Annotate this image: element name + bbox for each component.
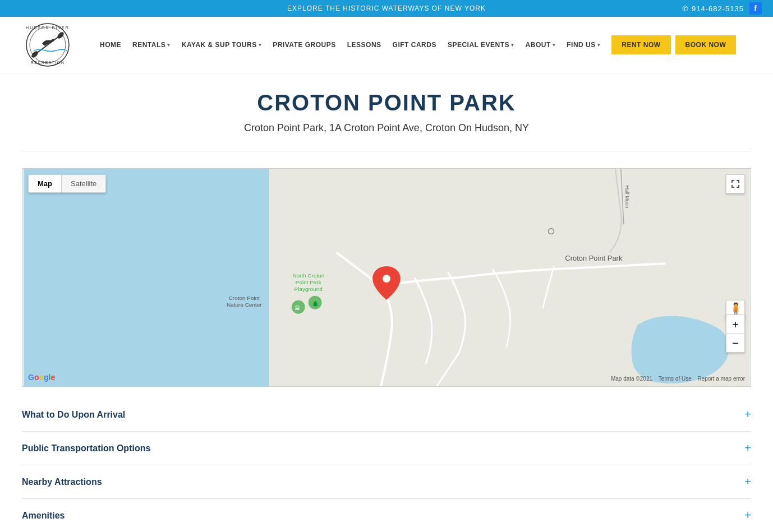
accordion-item-3: Amenities + bbox=[22, 499, 751, 532]
accordion-item-2: Nearby Attractions + bbox=[22, 465, 751, 499]
facebook-icon[interactable]: f bbox=[749, 2, 762, 15]
nav-links: HOME RENTALS ▾ KAYAK & SUP TOURS ▾ PRIVA… bbox=[95, 35, 756, 54]
chevron-down-icon: ▾ bbox=[597, 42, 601, 48]
svg-text:🏛: 🏛 bbox=[295, 305, 300, 311]
svg-text:RECREATION: RECREATION bbox=[31, 61, 65, 64]
accordion-header-0[interactable]: What to Do Upon Arrival + bbox=[22, 408, 751, 421]
map-fullscreen-button[interactable] bbox=[726, 174, 745, 193]
accordion-header-1[interactable]: Public Transportation Options + bbox=[22, 442, 751, 455]
svg-text:Croton Point: Croton Point bbox=[229, 295, 260, 301]
accordion-plus-icon-3: + bbox=[744, 509, 751, 522]
nav-about[interactable]: ABOUT ▾ bbox=[521, 38, 560, 52]
phone-icon: ✆ bbox=[682, 4, 689, 13]
map-zoom-in-button[interactable]: + bbox=[726, 314, 745, 334]
accordion-item-0: What to Do Upon Arrival + bbox=[22, 398, 751, 432]
rent-now-button[interactable]: RENT NOW bbox=[611, 35, 670, 54]
map-tab-controls[interactable]: Map Satellite bbox=[28, 174, 106, 193]
page-subtitle: Croton Point Park, 1A Croton Point Ave, … bbox=[22, 122, 751, 134]
nav-kayak-sup-tours[interactable]: KAYAK & SUP TOURS ▾ bbox=[177, 38, 266, 52]
chevron-down-icon: ▾ bbox=[167, 42, 171, 48]
map-terms-link[interactable]: Terms of Use bbox=[659, 376, 692, 382]
svg-text:North Croton: North Croton bbox=[292, 272, 324, 279]
accordion-title-2: Nearby Attractions bbox=[22, 477, 102, 487]
map-zoom-out-button[interactable]: − bbox=[726, 334, 745, 353]
logo[interactable]: HUDSON RIVER RECREATION bbox=[17, 22, 79, 67]
chevron-down-icon: ▾ bbox=[511, 42, 514, 48]
nav-gift-cards[interactable]: GIFT CARDS bbox=[388, 38, 441, 52]
chevron-down-icon: ▾ bbox=[259, 42, 262, 48]
map-attribution: Map data ©2021 Terms of Use Report a map… bbox=[611, 376, 745, 382]
page-content: CROTON POINT PARK Croton Point Park, 1A … bbox=[11, 73, 762, 532]
nav-home[interactable]: HOME bbox=[95, 38, 126, 52]
svg-text:Playground: Playground bbox=[295, 286, 323, 292]
accordion-title-1: Public Transportation Options bbox=[22, 443, 150, 454]
page-title: CROTON POINT PARK bbox=[22, 85, 751, 115]
accordion-plus-icon-2: + bbox=[744, 475, 751, 488]
navigation: HUDSON RIVER RECREATION HOME RENTALS ▾ K… bbox=[0, 17, 773, 73]
map-tab-map[interactable]: Map bbox=[29, 175, 62, 192]
banner-text: EXPLORE THE HISTORIC WATERWAYS OF NEW YO… bbox=[287, 4, 486, 12]
accordion: What to Do Upon Arrival + Public Transpo… bbox=[22, 398, 751, 532]
book-now-button[interactable]: BOOK NOW bbox=[675, 35, 737, 54]
svg-text:Half Moon: Half Moon bbox=[624, 186, 630, 209]
chevron-down-icon: ▾ bbox=[553, 42, 556, 48]
contact-info: ✆ 914-682-5135 f bbox=[682, 2, 762, 15]
accordion-item-1: Public Transportation Options + bbox=[22, 432, 751, 465]
phone-number[interactable]: ✆ 914-682-5135 bbox=[682, 4, 744, 13]
accordion-plus-icon-0: + bbox=[744, 408, 751, 421]
nav-private-groups[interactable]: PRIVATE GROUPS bbox=[268, 38, 341, 52]
top-banner: EXPLORE THE HISTORIC WATERWAYS OF NEW YO… bbox=[0, 0, 773, 17]
svg-text:Nature Center: Nature Center bbox=[227, 302, 262, 308]
nav-rentals[interactable]: RENTALS ▾ bbox=[128, 38, 175, 52]
nav-find-us[interactable]: FIND US ▾ bbox=[562, 38, 605, 52]
accordion-header-2[interactable]: Nearby Attractions + bbox=[22, 475, 751, 488]
accordion-plus-icon-1: + bbox=[744, 442, 751, 455]
google-logo: Google bbox=[28, 373, 55, 382]
svg-point-21 bbox=[383, 275, 390, 283]
map-zoom-controls: + − bbox=[726, 314, 745, 353]
accordion-title-0: What to Do Upon Arrival bbox=[22, 410, 125, 420]
svg-text:HUDSON RIVER: HUDSON RIVER bbox=[26, 26, 70, 30]
svg-text:Croton Point Park: Croton Point Park bbox=[565, 254, 623, 262]
map-tab-satellite[interactable]: Satellite bbox=[62, 175, 105, 192]
nav-special-events[interactable]: SPECIAL EVENTS ▾ bbox=[443, 38, 519, 52]
svg-text:Point Park: Point Park bbox=[296, 279, 321, 285]
map-report-link[interactable]: Report a map error bbox=[698, 376, 745, 382]
accordion-title-3: Amenities bbox=[22, 511, 65, 521]
map-image: Croton Point Park 🏛 🌲 Croton Point Natur… bbox=[22, 169, 751, 386]
map-container[interactable]: Map Satellite 🧍 + − Google Map data ©202… bbox=[22, 168, 751, 387]
accordion-header-3[interactable]: Amenities + bbox=[22, 509, 751, 522]
svg-text:🌲: 🌲 bbox=[312, 300, 319, 307]
page-divider bbox=[22, 151, 751, 151]
nav-lessons[interactable]: LESSONS bbox=[343, 38, 386, 52]
